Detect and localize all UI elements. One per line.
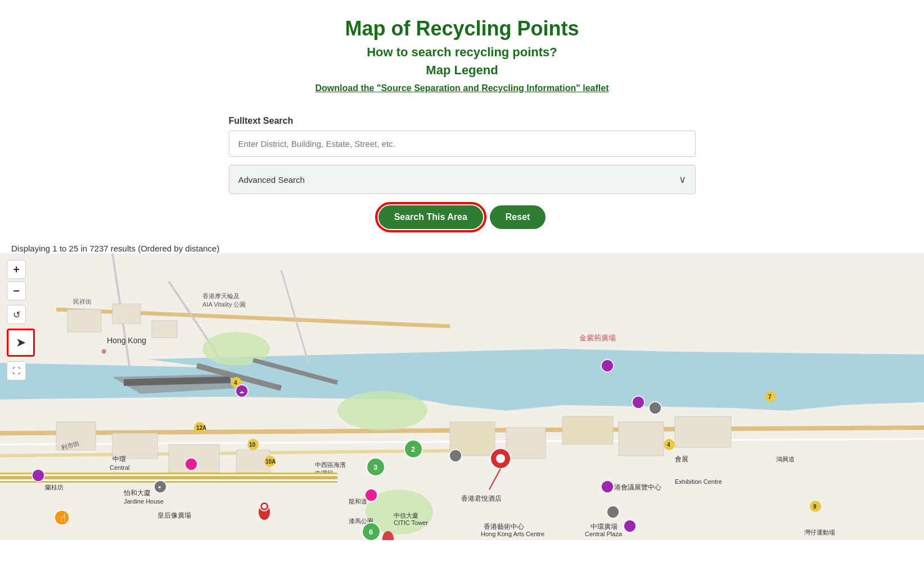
svg-rect-16: [152, 321, 177, 338]
svg-text:2: 2: [411, 445, 415, 453]
svg-text:民祥街: 民祥街: [73, 298, 92, 305]
svg-text:Hong Kong: Hong Kong: [107, 336, 146, 345]
zoom-out-button[interactable]: −: [7, 281, 26, 300]
svg-point-12: [337, 391, 427, 430]
svg-text:⊗: ⊗: [101, 348, 106, 354]
svg-rect-15: [112, 304, 141, 324]
svg-text:●: ●: [158, 484, 161, 490]
search-section: Fulltext Search Advanced Search ∨ Search…: [218, 116, 707, 229]
svg-point-100: [449, 450, 462, 462]
svg-text:Hong Kong Arts Centre: Hong Kong Arts Centre: [481, 531, 544, 537]
svg-rect-24: [619, 422, 664, 456]
svg-text:鴻興道: 鴻興道: [776, 456, 795, 462]
svg-text:6: 6: [369, 528, 373, 536]
svg-text:4: 4: [667, 442, 670, 448]
map-locate-button[interactable]: ➤: [7, 329, 35, 357]
download-link[interactable]: Download the "Source Separation and Recy…: [315, 83, 609, 93]
svg-text:AIA Vitality 公園: AIA Vitality 公園: [202, 301, 246, 308]
svg-rect-23: [562, 416, 613, 444]
svg-text:龍和道: 龍和道: [349, 498, 367, 505]
page-subtitle: How to search recycling points?: [11, 45, 913, 60]
svg-text:Exhibition Centre: Exhibition Centre: [675, 478, 722, 485]
svg-text:10A: 10A: [265, 459, 276, 465]
svg-rect-60: [0, 474, 337, 476]
svg-point-87: [262, 504, 267, 509]
svg-text:4: 4: [234, 380, 237, 386]
svg-text:中信大廈: 中信大廈: [394, 512, 418, 519]
svg-text:蘭桂坊: 蘭桂坊: [45, 484, 64, 491]
page-title: Map of Recycling Points: [11, 17, 913, 41]
map-controls: + − ↺ ➤ ⛶: [7, 260, 35, 380]
svg-rect-22: [506, 428, 546, 459]
svg-text:香港藝術中心: 香港藝術中心: [484, 523, 524, 531]
svg-text:CITIC Tower: CITIC Tower: [394, 519, 428, 526]
advanced-search-toggle[interactable]: Advanced Search ∨: [229, 165, 696, 194]
svg-point-95: [632, 396, 644, 408]
advanced-search-label: Advanced Search: [238, 175, 305, 185]
svg-text:Jardine House: Jardine House: [124, 498, 164, 505]
svg-point-77: [496, 454, 505, 463]
svg-point-101: [649, 402, 661, 414]
svg-rect-59: [0, 473, 337, 483]
svg-text:3: 3: [373, 463, 377, 471]
svg-text:9: 9: [813, 504, 817, 510]
svg-point-104: [365, 489, 377, 501]
reset-button[interactable]: Reset: [490, 205, 546, 229]
svg-text:香港君悅酒店: 香港君悅酒店: [461, 495, 502, 502]
svg-point-91: [32, 469, 44, 482]
svg-point-93: [601, 360, 614, 372]
svg-text:Central: Central: [110, 464, 129, 471]
svg-text:7: 7: [768, 394, 772, 400]
map-fullscreen-button[interactable]: ⛶: [7, 361, 26, 380]
svg-text:中西區海濱: 中西區海濱: [315, 461, 346, 468]
svg-rect-14: [67, 309, 101, 332]
svg-text:香港會議展覽中心: 香港會議展覽中心: [607, 483, 661, 491]
svg-text:灣仔運動場: 灣仔運動場: [804, 529, 835, 536]
svg-point-102: [607, 506, 619, 518]
results-info: Displaying 1 to 25 in 7237 results (Orde…: [0, 240, 924, 253]
svg-text:會展: 會展: [675, 455, 688, 463]
svg-text:香港摩天輪及: 香港摩天輪及: [202, 293, 240, 299]
svg-point-94: [624, 520, 636, 532]
chevron-down-icon: ∨: [679, 173, 686, 186]
svg-text:皇后像廣場: 皇后像廣場: [157, 511, 191, 519]
svg-text:☁: ☁: [239, 389, 244, 394]
svg-rect-61: [0, 479, 337, 481]
svg-text:10: 10: [249, 442, 256, 448]
page-header: Map of Recycling Points How to search re…: [0, 0, 924, 105]
svg-text:中環: 中環: [112, 455, 126, 463]
map-container[interactable]: Hong Kong ⊗ 利市街 中環 Central 怡和大廈 Jardine …: [0, 253, 924, 540]
svg-text:Central Plaza: Central Plaza: [585, 531, 623, 537]
map-legend-title: Map Legend: [11, 63, 913, 78]
svg-point-92: [601, 480, 614, 493]
svg-text:12A: 12A: [196, 425, 206, 431]
svg-text:🍴: 🍴: [58, 513, 68, 523]
zoom-in-button[interactable]: +: [7, 260, 26, 279]
map-background: Hong Kong ⊗ 利市街 中環 Central 怡和大廈 Jardine …: [0, 253, 924, 540]
svg-rect-25: [675, 416, 731, 447]
fulltext-label: Fulltext Search: [229, 116, 696, 126]
fulltext-search-input[interactable]: [229, 131, 696, 157]
svg-point-103: [185, 458, 197, 470]
search-this-area-button[interactable]: Search This Area: [378, 205, 483, 229]
button-row: Search This Area Reset: [229, 205, 696, 229]
svg-text:中環廣場: 中環廣場: [591, 523, 617, 531]
svg-text:金紫荊廣場: 金紫荊廣場: [579, 334, 616, 342]
svg-line-27: [124, 380, 231, 383]
map-refresh-button[interactable]: ↺: [7, 305, 26, 324]
svg-text:怡和大廈: 怡和大廈: [123, 489, 151, 497]
